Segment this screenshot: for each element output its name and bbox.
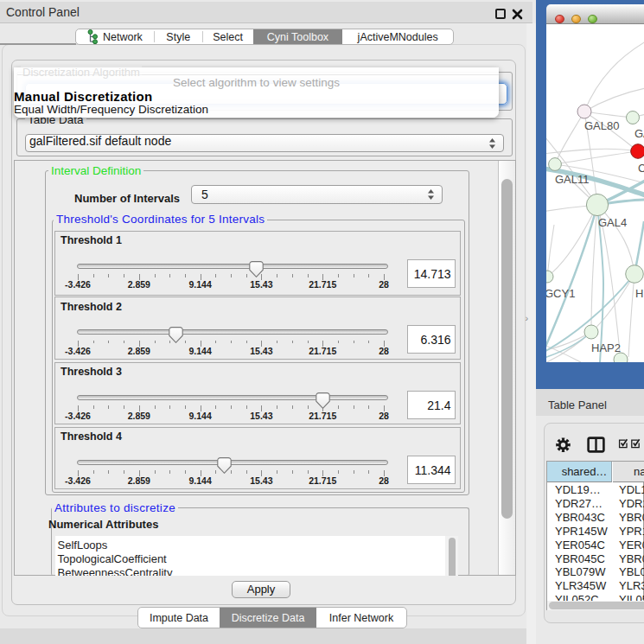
svg-text:GAL80: GAL80 <box>584 119 619 132</box>
svg-text:GAL11: GAL11 <box>555 173 590 186</box>
svg-text:C: C <box>638 162 644 175</box>
svg-text:GAL4: GAL4 <box>598 216 627 229</box>
svg-text:GCY1: GCY1 <box>546 287 575 300</box>
svg-text:GA: GA <box>634 127 644 140</box>
svg-text:H: H <box>635 287 643 300</box>
svg-text:HAP2: HAP2 <box>591 341 621 354</box>
